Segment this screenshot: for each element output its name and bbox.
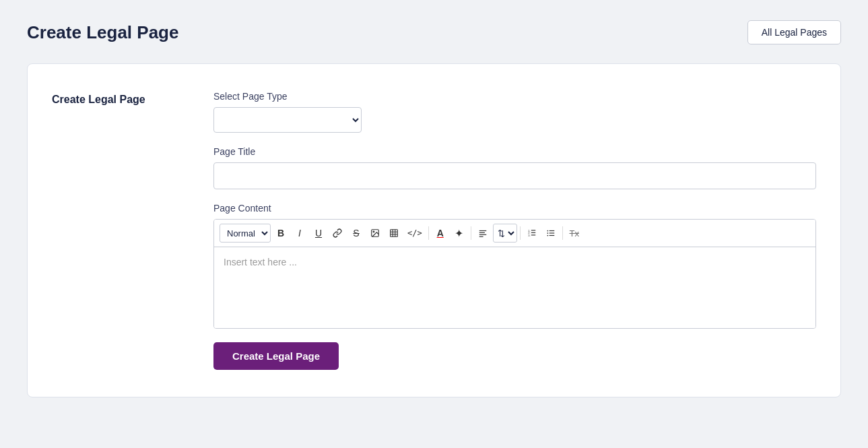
page-title-group: Page Title <box>213 146 816 189</box>
svg-text:3.: 3. <box>528 234 530 237</box>
svg-rect-14 <box>531 232 535 233</box>
svg-rect-22 <box>549 235 554 236</box>
page-header: Create Legal Page All Legal Pages <box>27 20 841 44</box>
unordered-list-button[interactable] <box>542 224 560 242</box>
svg-rect-7 <box>479 230 486 231</box>
svg-rect-18 <box>549 230 554 231</box>
svg-rect-20 <box>549 232 554 233</box>
create-legal-page-button[interactable]: Create Legal Page <box>213 342 339 370</box>
bg-color-button[interactable]: ✦ <box>450 224 468 242</box>
image-button[interactable] <box>366 224 384 242</box>
page-title: Create Legal Page <box>27 22 178 43</box>
page-content-label: Page Content <box>213 203 816 214</box>
clear-format-button[interactable]: Tx <box>566 224 583 242</box>
svg-point-17 <box>547 230 548 232</box>
card-form: Select Page Type Privacy Policy Terms & … <box>213 91 816 370</box>
editor-content-area[interactable]: Insert text here ... <box>214 247 815 328</box>
svg-rect-8 <box>479 232 484 233</box>
align-select[interactable]: ⇅ <box>493 224 517 243</box>
svg-rect-9 <box>479 234 486 235</box>
select-page-type-label: Select Page Type <box>213 91 816 102</box>
toolbar-divider-2 <box>471 226 471 240</box>
underline-button[interactable]: U <box>310 224 327 242</box>
rich-text-editor: Normal H1 H2 H3 B I U S <box>213 219 816 329</box>
editor-placeholder: Insert text here ... <box>224 257 297 267</box>
page-title-label: Page Title <box>213 146 816 157</box>
toolbar-divider-3 <box>520 226 521 240</box>
svg-rect-16 <box>531 234 535 235</box>
svg-rect-2 <box>391 230 398 237</box>
text-color-button[interactable]: A <box>432 224 449 242</box>
page-title-input[interactable] <box>213 162 816 189</box>
select-page-type-dropdown[interactable]: Privacy Policy Terms & Conditions Refund… <box>213 107 362 133</box>
link-button[interactable] <box>329 224 346 242</box>
format-select[interactable]: Normal H1 H2 H3 <box>220 224 271 243</box>
all-legal-pages-button[interactable]: All Legal Pages <box>747 20 841 44</box>
ordered-list-button[interactable]: 1.2.3. <box>523 224 541 242</box>
submit-section: Create Legal Page <box>213 342 816 370</box>
italic-button[interactable]: I <box>291 224 308 242</box>
code-button[interactable]: </> <box>404 224 426 242</box>
svg-point-1 <box>373 231 374 232</box>
card-label: Create Legal Page <box>52 91 187 370</box>
bold-button[interactable]: B <box>272 224 290 242</box>
select-page-type-group: Select Page Type Privacy Policy Terms & … <box>213 91 816 133</box>
toolbar-divider-1 <box>428 226 429 240</box>
svg-point-19 <box>547 232 548 234</box>
page-content-group: Page Content Normal H1 H2 H3 B I U <box>213 203 816 329</box>
svg-rect-12 <box>531 230 535 230</box>
editor-toolbar: Normal H1 H2 H3 B I U S <box>214 220 815 247</box>
table-button[interactable] <box>385 224 403 242</box>
svg-point-21 <box>547 235 548 236</box>
align-button[interactable] <box>474 224 492 242</box>
create-legal-page-card: Create Legal Page Select Page Type Priva… <box>27 63 841 397</box>
svg-rect-10 <box>479 236 483 237</box>
toolbar-divider-4 <box>562 226 563 240</box>
strikethrough-button[interactable]: S <box>347 224 365 242</box>
